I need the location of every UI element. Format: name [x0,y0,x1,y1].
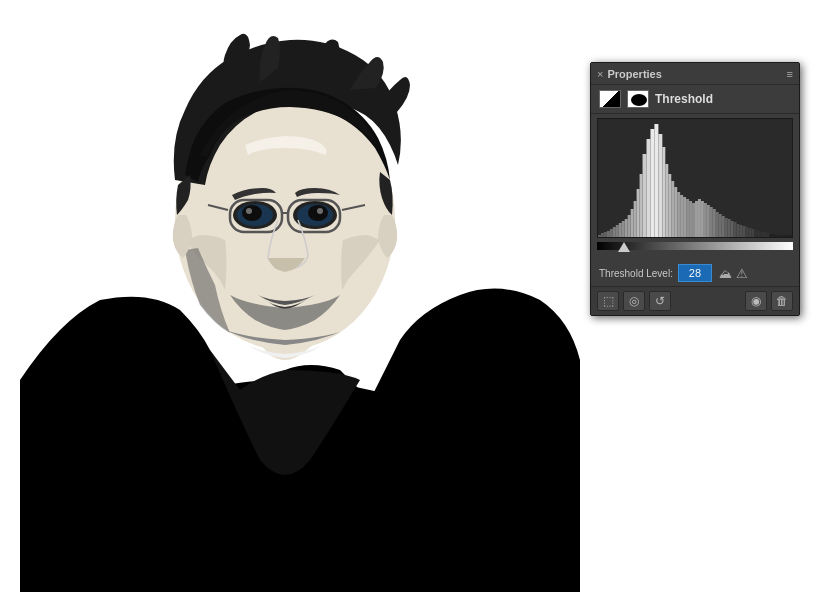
reset-button[interactable]: ↺ [649,291,671,311]
reset-icon: ↺ [655,294,665,308]
panel-header-left: × Properties [597,68,662,80]
svg-rect-55 [713,209,716,237]
svg-rect-64 [740,225,743,237]
svg-rect-47 [689,201,692,237]
view-previous-button[interactable]: ◎ [623,291,645,311]
svg-rect-23 [613,227,616,237]
trash-icon: 🗑 [776,294,788,308]
svg-rect-32 [640,174,643,237]
properties-panel: × Properties ≡ Threshold [590,62,800,316]
layer-mask-thumbnail [627,90,649,108]
svg-rect-46 [686,199,689,237]
panel-title: Properties [607,68,661,80]
svg-rect-30 [634,201,637,237]
svg-rect-51 [701,201,704,237]
svg-rect-75 [772,234,775,237]
svg-rect-45 [683,197,686,237]
toggle-visibility-button[interactable]: ◉ [745,291,767,311]
svg-point-6 [242,205,262,221]
svg-rect-56 [716,212,719,237]
eye-compare-icon: ◎ [629,294,639,308]
svg-rect-44 [680,195,683,237]
threshold-slider-area[interactable] [597,242,793,258]
svg-rect-53 [707,205,710,237]
svg-rect-79 [784,235,787,237]
svg-rect-52 [704,203,707,237]
auto-icon[interactable]: ⚠ [736,266,748,281]
eye-icon: ◉ [751,294,761,308]
svg-rect-41 [671,181,674,237]
svg-rect-31 [637,189,640,237]
panel-header: × Properties ≡ [591,63,799,85]
svg-rect-39 [665,164,668,237]
svg-rect-33 [643,154,647,237]
svg-rect-61 [731,221,734,237]
layer-thumbnail [599,90,621,108]
svg-rect-42 [674,187,677,237]
close-button[interactable]: × [597,68,603,80]
svg-rect-60 [728,219,731,237]
svg-rect-54 [710,207,713,237]
svg-rect-76 [775,235,778,237]
svg-rect-25 [619,223,622,237]
svg-rect-71 [760,232,763,237]
delete-button[interactable]: 🗑 [771,291,793,311]
svg-rect-43 [677,192,680,237]
svg-rect-29 [631,209,634,237]
slider-thumb[interactable] [618,242,630,252]
svg-rect-81 [790,235,792,237]
threshold-level-row: Threshold Level: ⛰ ⚠ [591,260,799,286]
svg-rect-69 [754,230,757,237]
svg-rect-80 [787,235,790,237]
svg-rect-65 [743,226,746,237]
svg-rect-62 [734,222,737,237]
svg-rect-57 [719,214,722,237]
svg-rect-68 [751,229,754,237]
layer-icon-row: Threshold [591,85,799,114]
svg-rect-67 [748,228,751,237]
svg-rect-40 [668,174,671,237]
svg-rect-27 [625,219,628,237]
svg-rect-50 [698,199,701,237]
panel-menu-icon[interactable]: ≡ [787,68,793,80]
svg-rect-59 [725,218,728,237]
svg-rect-19 [601,233,604,237]
svg-rect-70 [757,231,760,237]
svg-rect-49 [695,201,698,237]
svg-rect-34 [647,139,651,237]
svg-point-7 [246,208,252,214]
svg-rect-63 [737,224,740,237]
threshold-level-label: Threshold Level: [599,268,673,279]
svg-rect-20 [604,232,607,237]
threshold-value-input[interactable] [678,264,712,282]
svg-rect-78 [781,235,784,237]
svg-rect-28 [628,215,631,237]
svg-rect-37 [658,134,662,237]
threshold-icons: ⛰ ⚠ [719,266,748,281]
histogram-svg [598,119,792,237]
clip-icon: ⬚ [603,294,614,308]
svg-rect-73 [766,233,769,237]
svg-rect-77 [778,235,781,237]
svg-rect-48 [692,203,695,237]
svg-rect-26 [622,221,625,237]
svg-rect-35 [650,129,654,237]
clip-to-layer-button[interactable]: ⬚ [597,291,619,311]
histogram-area [597,118,793,238]
svg-rect-58 [722,216,725,237]
svg-rect-21 [607,231,610,237]
svg-rect-72 [763,232,766,237]
layer-label: Threshold [655,92,713,106]
svg-point-11 [317,208,323,214]
svg-rect-22 [610,229,613,237]
svg-rect-36 [654,124,658,237]
svg-rect-38 [662,147,665,237]
svg-rect-24 [616,225,619,237]
svg-rect-74 [769,234,772,237]
histogram-view-icon[interactable]: ⛰ [719,266,732,281]
svg-rect-66 [745,227,748,237]
svg-rect-18 [598,235,601,237]
panel-toolbar: ⬚ ◎ ↺ ◉ 🗑 [591,286,799,315]
